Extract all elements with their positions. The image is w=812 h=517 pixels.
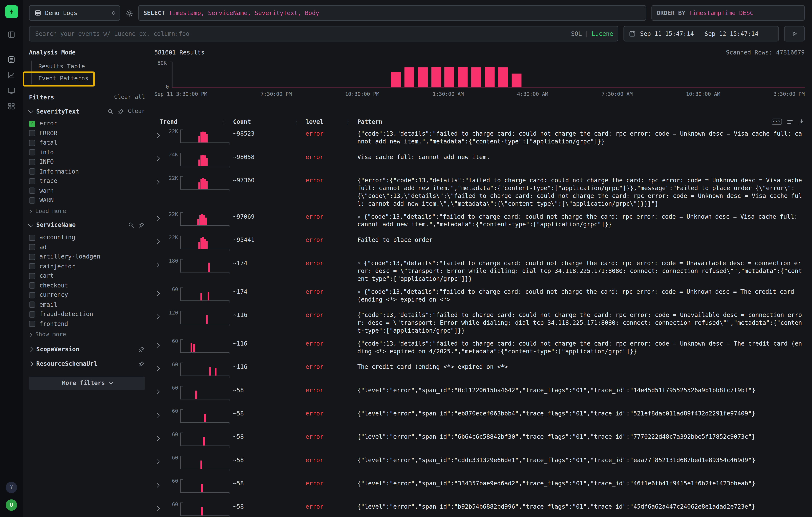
sql-select-input[interactable]: SELECT Timestamp, ServiceName, SeverityT… xyxy=(138,5,646,21)
row-expand-chevron[interactable] xyxy=(154,176,165,186)
date-range-picker[interactable]: Sep 11 15:47:14 - Sep 12 15:47:14 xyxy=(624,26,779,41)
row-expand-chevron[interactable] xyxy=(154,386,165,396)
filter-section-resourceschemaurl[interactable]: ResourceSchemaUrl xyxy=(29,360,145,368)
table-row[interactable]: 60~58error{"level":"error","span_id":"cd… xyxy=(154,453,805,476)
analysis-mode-event-patterns[interactable]: Event Patterns xyxy=(32,73,145,84)
pattern-cell[interactable]: {"level":"error","span_id":"334357bae9ed… xyxy=(357,479,805,487)
filter-option-frontend[interactable]: frontend xyxy=(29,319,145,328)
table-row[interactable]: 22K~95441errorFailed to place order xyxy=(154,233,805,256)
row-expand-chevron[interactable] xyxy=(154,259,165,268)
checkbox[interactable] xyxy=(29,301,35,308)
more-filters-button[interactable]: More filters xyxy=(29,376,145,390)
row-expand-chevron[interactable] xyxy=(154,409,165,419)
gear-icon[interactable] xyxy=(125,9,133,17)
filter-option-info[interactable]: info xyxy=(29,148,145,157)
search-input[interactable] xyxy=(34,29,567,38)
pin-icon[interactable] xyxy=(138,222,145,229)
column-menu-icon[interactable]: ⋮ xyxy=(221,118,227,126)
logs-icon[interactable] xyxy=(7,55,16,64)
orderby-input[interactable]: ORDER BY TimestampTime DESC xyxy=(651,5,805,21)
pattern-cell[interactable]: ×{"code":13,"details":"failed to charge … xyxy=(357,287,805,304)
table-row[interactable]: 24K~98058errorVisa cache full: cannot ad… xyxy=(154,150,805,173)
table-row[interactable]: 60~116errorThe credit card (ending <*> e… xyxy=(154,360,805,383)
checkbox[interactable] xyxy=(29,244,35,250)
checkbox[interactable] xyxy=(29,273,35,279)
pin-icon[interactable] xyxy=(138,346,145,353)
filter-option-warn[interactable]: warn xyxy=(29,186,145,196)
column-menu-icon[interactable]: ⋮ xyxy=(293,118,299,126)
checkbox[interactable] xyxy=(29,292,35,298)
severitytext-header[interactable]: SeverityText Clear xyxy=(29,108,145,115)
services-icon[interactable] xyxy=(7,102,16,111)
table-row[interactable]: 60~116error{"code":13,"details":"failed … xyxy=(154,337,805,360)
table-row[interactable]: 60~58error{"level":"error","span_id":"b9… xyxy=(154,500,805,517)
pattern-cell[interactable]: {"error":{"code":13,"details":"failed to… xyxy=(357,176,805,207)
source-select[interactable]: Demo Logs xyxy=(29,5,120,21)
pattern-cell[interactable]: {"level":"error","span_id":"6b64c6c58842… xyxy=(357,432,805,440)
checkbox[interactable] xyxy=(29,283,35,289)
column-header-pattern[interactable]: Pattern xyxy=(357,118,382,126)
column-header-level[interactable]: level xyxy=(306,118,323,126)
row-expand-chevron[interactable] xyxy=(154,153,165,163)
filter-option-Information[interactable]: Information xyxy=(29,167,145,176)
pattern-cell[interactable]: {"code":13,"details":"failed to charge c… xyxy=(357,311,805,335)
chart-icon[interactable] xyxy=(7,71,16,80)
table-row[interactable]: 120~116error{"code":13,"details":"failed… xyxy=(154,308,805,337)
pin-icon[interactable] xyxy=(117,108,124,115)
row-expand-chevron[interactable] xyxy=(154,130,165,139)
table-row[interactable]: 180~174error×{"code":13,"details":"faile… xyxy=(154,256,805,285)
row-expand-chevron[interactable] xyxy=(154,339,165,349)
column-header-trend[interactable]: Trend xyxy=(160,118,177,126)
table-row[interactable]: 60~174error×{"code":13,"details":"failed… xyxy=(154,285,805,308)
filter-option-error[interactable]: ✓error xyxy=(29,119,145,128)
filter-option-accounting[interactable]: accounting xyxy=(29,233,145,242)
filter-option-ERROR[interactable]: ERROR xyxy=(29,128,145,138)
checkbox[interactable] xyxy=(29,197,35,204)
checkbox[interactable] xyxy=(29,321,35,327)
checkbox[interactable] xyxy=(29,254,35,260)
help-icon[interactable]: ? xyxy=(6,482,17,493)
pattern-cell[interactable]: {"level":"error","span_id":"cddc331329e6… xyxy=(357,456,805,464)
code-view-icon[interactable]: </> xyxy=(772,119,782,125)
filter-option-INFO[interactable]: INFO xyxy=(29,157,145,167)
filter-option-ad[interactable]: ad xyxy=(29,242,145,252)
filter-option-currency[interactable]: currency xyxy=(29,290,145,300)
column-header-count[interactable]: Count xyxy=(233,118,251,126)
checkbox[interactable] xyxy=(29,159,35,165)
row-expand-chevron[interactable] xyxy=(154,502,165,512)
screens-icon[interactable] xyxy=(7,86,16,95)
row-expand-chevron[interactable] xyxy=(154,432,165,442)
row-expand-chevron[interactable] xyxy=(154,235,165,245)
pattern-cell[interactable]: ×{"code":13,"details":"failed to charge … xyxy=(357,212,805,228)
table-row[interactable]: 22K~97069error×{"code":13,"details":"fai… xyxy=(154,209,805,233)
checkbox[interactable] xyxy=(29,263,35,269)
show-more-link[interactable]: Show more xyxy=(29,331,145,339)
run-query-button[interactable] xyxy=(784,26,805,41)
app-logo[interactable] xyxy=(5,5,18,18)
row-expand-chevron[interactable] xyxy=(154,212,165,222)
filter-option-WARN[interactable]: WARN xyxy=(29,196,145,205)
table-row[interactable]: 60~58error{"level":"error","span_id":"0c… xyxy=(154,383,805,406)
search-icon[interactable] xyxy=(107,108,114,115)
table-row[interactable]: 60~58error{"level":"error","span_id":"eb… xyxy=(154,406,805,430)
pattern-cell[interactable]: The credit card (ending <*> expired on <… xyxy=(357,363,805,371)
filter-option-cainjector[interactable]: cainjector xyxy=(29,262,145,271)
pattern-cell[interactable]: {"level":"error","span_id":"eb870ecef063… xyxy=(357,409,805,417)
table-row[interactable]: 60~58error{"level":"error","span_id":"33… xyxy=(154,477,805,500)
checkbox[interactable] xyxy=(29,149,35,155)
filter-option-artillery-loadgen[interactable]: artillery-loadgen xyxy=(29,252,145,262)
pattern-cell[interactable]: {"code":13,"details":"failed to charge c… xyxy=(357,130,805,146)
checkbox[interactable] xyxy=(29,311,35,317)
sidebar-toggle-icon[interactable] xyxy=(7,30,16,39)
analysis-mode-results-table[interactable]: Results Table xyxy=(32,61,145,73)
checkbox[interactable] xyxy=(29,130,35,137)
severity-clear-button[interactable]: Clear xyxy=(128,108,145,115)
filter-section-scopeversion[interactable]: ScopeVersion xyxy=(29,345,145,353)
table-row[interactable]: 22K~98523error{"code":13,"details":"fail… xyxy=(154,127,805,150)
filter-option-cart[interactable]: cart xyxy=(29,271,145,281)
search-bar[interactable]: SQL | Lucene xyxy=(29,26,618,41)
pattern-cell[interactable]: ×{"code":13,"details":"failed to charge … xyxy=(357,259,805,283)
column-menu-icon[interactable]: ⋮ xyxy=(345,118,351,126)
filter-option-trace[interactable]: trace xyxy=(29,176,145,186)
user-avatar[interactable]: U xyxy=(6,499,17,511)
